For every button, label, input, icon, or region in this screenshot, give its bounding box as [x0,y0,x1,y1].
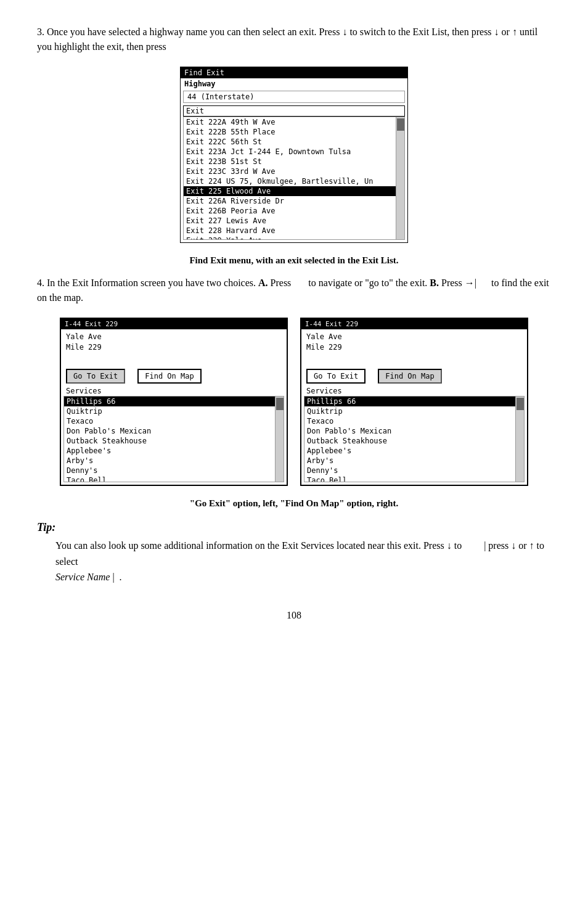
service-item[interactable]: Texaco [304,416,524,426]
screen-right-info: Yale Ave Mile 229 [301,329,527,366]
exit-label: Exit [183,105,405,117]
scrollbar-thumb-left [276,398,284,410]
tip-title: Tip: [37,521,551,534]
service-item[interactable]: Texaco [64,416,284,426]
exit-item-selected[interactable]: Exit 225 Elwood Ave [184,186,404,196]
screen-right-line1: Yale Ave [306,332,522,342]
exit-item[interactable]: Exit 222C 56th St [184,137,404,147]
exit-item[interactable]: Exit 226B Peoria Ave [184,206,404,216]
find-exit-menu: Find Exit Highway 44 (Interstate) Exit E… [180,67,408,243]
screen-left-title: I-44 Exit 229 [61,319,287,329]
scrollbar-right[interactable] [515,397,524,482]
service-item-selected[interactable]: Phillips 66 [304,397,524,406]
paragraph-1: 3. Once you have selected a highway name… [37,25,551,54]
service-item[interactable]: Denny's [64,466,284,475]
screen-right: I-44 Exit 229 Yale Ave Mile 229 Go To Ex… [300,318,528,486]
service-item[interactable]: Denny's [304,466,524,475]
exit-item[interactable]: Exit 227 Lewis Ave [184,216,404,226]
two-screens-container: I-44 Exit 229 Yale Ave Mile 229 Go To Ex… [37,318,551,486]
exit-item[interactable]: Exit 226A Riverside Dr [184,196,404,206]
service-item[interactable]: Quiktrip [304,406,524,416]
find-on-map-button-right[interactable]: Find On Map [378,369,441,384]
go-to-exit-button-left[interactable]: Go To Exit [66,369,125,384]
highway-value: 44 (Interstate) [183,91,405,103]
service-item[interactable]: Taco Bell [64,475,284,482]
exit-list[interactable]: Exit 222A 49th W Ave Exit 222B 55th Plac… [183,117,405,240]
screen-right-title: I-44 Exit 229 [301,319,527,329]
screen-left-line2: Mile 229 [66,342,282,353]
exit-item[interactable]: Exit 229 Yale Ave [184,236,404,240]
caption-2: "Go Exit" option, left, "Find On Map" op… [37,498,551,509]
screen-right-line2: Mile 229 [306,342,522,353]
exit-item[interactable]: Exit 224 US 75, Okmulgee, Bartlesville, … [184,176,404,186]
exit-item[interactable]: Exit 228 Harvard Ave [184,226,404,236]
service-item[interactable]: Don Pablo's Mexican [304,426,524,436]
screen-left: I-44 Exit 229 Yale Ave Mile 229 Go To Ex… [60,318,288,486]
service-item[interactable]: Arby's [304,456,524,466]
services-list-left[interactable]: Phillips 66 Quiktrip Texaco Don Pablo's … [63,396,284,482]
find-exit-title: Find Exit [181,67,407,78]
exit-item[interactable]: Exit 222B 55th Place [184,127,404,137]
scrollbar-thumb-right [517,398,524,410]
paragraph-2: 4. In the Exit Information screen you ha… [37,276,551,305]
scrollbar[interactable] [396,117,404,239]
exit-item[interactable]: Exit 223A Jct I-244 E, Downtown Tulsa [184,147,404,157]
caption-1: Find Exit menu, with an exit selected in… [37,255,551,266]
services-list-right[interactable]: Phillips 66 Quiktrip Texaco Don Pablo's … [304,396,525,482]
screen-left-info: Yale Ave Mile 229 [61,329,287,366]
tip-service-name: Service Name [55,572,110,582]
service-item[interactable]: Outback Steakhouse [64,436,284,446]
highway-label: Highway [181,78,407,89]
services-label-right: Services [301,386,527,396]
services-label-left: Services [61,386,287,396]
scrollbar-thumb [397,118,404,131]
go-to-exit-button-right[interactable]: Go To Exit [306,369,365,384]
page-number: 108 [37,610,551,621]
screen-left-line1: Yale Ave [66,332,282,342]
tip-body: You can also look up some additional inf… [55,538,551,585]
service-item[interactable]: Taco Bell [304,475,524,482]
service-item[interactable]: Applebee's [64,446,284,456]
exit-item[interactable]: Exit 223C 33rd W Ave [184,167,404,176]
service-item-selected[interactable]: Phillips 66 [64,397,284,406]
screen-left-buttons: Go To Exit Find On Map [61,366,287,386]
service-item[interactable]: Outback Steakhouse [304,436,524,446]
scrollbar-left[interactable] [275,397,284,482]
screen-right-buttons: Go To Exit Find On Map [301,366,527,386]
exit-item[interactable]: Exit 223B 51st St [184,157,404,167]
service-item[interactable]: Quiktrip [64,406,284,416]
page-content: 3. Once you have selected a highway name… [37,25,551,621]
exit-item[interactable]: Exit 222A 49th W Ave [184,117,404,127]
service-item[interactable]: Applebee's [304,446,524,456]
service-item[interactable]: Don Pablo's Mexican [64,426,284,436]
find-exit-screenshot-container: Find Exit Highway 44 (Interstate) Exit E… [37,67,551,243]
service-item[interactable]: Arby's [64,456,284,466]
tip-section: Tip: You can also look up some additiona… [37,521,551,585]
find-on-map-button-left[interactable]: Find On Map [137,369,201,384]
